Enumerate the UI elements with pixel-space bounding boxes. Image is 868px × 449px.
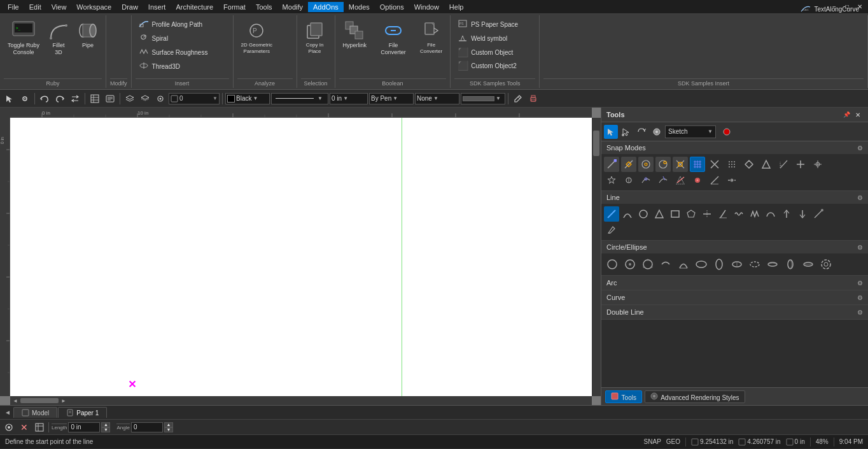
scrollbar-bottom-thumb[interactable]	[20, 398, 59, 403]
nav-arrow-left[interactable]: ◄	[3, 408, 13, 418]
circle-basic-btn[interactable]	[604, 256, 620, 273]
menu-view[interactable]: View	[46, 2, 72, 12]
circle-section-header[interactable]: Circle/Ellipse ⚙	[601, 241, 868, 253]
line-pencil-btn[interactable]	[604, 222, 619, 238]
snap-cross-btn[interactable]	[707, 157, 722, 172]
snap-indicator[interactable]: SNAP	[644, 438, 661, 445]
tools-scroll-area[interactable]: Snap Modes ⚙	[601, 141, 868, 387]
pentype-dropdown[interactable]: By Pen ▼	[369, 93, 414, 104]
line-arrow-up-btn[interactable]	[779, 206, 794, 222]
menu-edit[interactable]: Edit	[24, 2, 46, 12]
tools-select-button[interactable]	[604, 125, 618, 139]
circle-arc2-btn[interactable]	[675, 256, 692, 273]
custom-object-button[interactable]: ⬛ Custom Object	[454, 46, 515, 59]
layer-copy-button[interactable]	[138, 92, 152, 106]
menu-modify[interactable]: Modify	[277, 2, 308, 12]
snap-crosshair-btn[interactable]	[810, 157, 825, 172]
weld-symbol-button[interactable]: Weld symbol	[454, 32, 510, 45]
fillet3d-button[interactable]: Fillet3D	[45, 18, 73, 59]
tools-paint-button[interactable]	[650, 125, 664, 139]
menu-options[interactable]: Options	[375, 2, 409, 12]
line-zigzag-btn[interactable]	[747, 206, 762, 222]
scrollbar-right-arrow[interactable]: ►	[60, 397, 67, 404]
line-wave-btn[interactable]	[731, 206, 746, 222]
select-tool-button[interactable]	[3, 92, 17, 106]
menu-architecture[interactable]: Architecture	[171, 2, 218, 12]
tools-close-button[interactable]: ✕	[853, 110, 863, 120]
ellipse8-btn[interactable]	[818, 256, 834, 273]
surface-roughness-button[interactable]: Surface Roughness	[136, 46, 211, 59]
ellipse5-btn[interactable]	[764, 256, 781, 273]
custom-object2-button[interactable]: ⬛ Custom Object2	[454, 59, 519, 72]
tools-node-button[interactable]	[619, 125, 633, 139]
style-dropdown[interactable]: None ▼	[415, 93, 459, 104]
circle-arc1-btn[interactable]	[657, 256, 674, 273]
thickness-dropdown[interactable]: ▼	[461, 93, 505, 104]
ellipse6-btn[interactable]	[782, 256, 799, 273]
snap-dot-btn[interactable]	[690, 173, 705, 188]
snap-triangle-btn[interactable]	[759, 157, 774, 172]
snap-linept-btn[interactable]	[707, 173, 722, 188]
lt-cross-button[interactable]: ✕	[18, 421, 31, 434]
linewidth-dropdown[interactable]: 0 in ▼	[330, 93, 368, 104]
menu-help[interactable]: Help	[444, 2, 469, 12]
copy-in-place-button[interactable]: Copy InPlace	[301, 18, 329, 57]
snap-intersection-btn[interactable]	[673, 157, 688, 172]
line-arrow-down-btn[interactable]	[795, 206, 810, 222]
snap-midpoint-btn[interactable]	[621, 157, 636, 172]
ellipse4-btn[interactable]	[746, 256, 763, 273]
snap-nearest-btn[interactable]	[655, 157, 671, 172]
multiadd-vb6-button[interactable]: Hyperlink	[339, 18, 371, 52]
line-pentagon-btn[interactable]	[683, 206, 699, 222]
tools-pin-button[interactable]: 📌	[841, 110, 851, 120]
textalongcurve-button[interactable]: ABC TextAlongCurve	[797, 3, 862, 16]
menu-insert[interactable]: Insert	[143, 2, 171, 12]
tools-record-button[interactable]	[720, 125, 734, 139]
snap-endpoint-btn[interactable]	[604, 157, 619, 172]
drawing-canvas[interactable]: ✕	[10, 118, 592, 396]
line-curve-btn[interactable]	[763, 206, 778, 222]
paper1-tab[interactable]: Paper 1	[58, 407, 107, 418]
properties-button[interactable]	[103, 92, 117, 106]
pipe-button[interactable]: Pipe	[74, 18, 102, 52]
snap-curvepoint-btn[interactable]	[638, 173, 654, 188]
snap-dots-btn[interactable]	[724, 157, 739, 172]
menu-file[interactable]: File	[3, 2, 24, 12]
toggle-ruby-console-button[interactable]: >_ Toggle RubyConsole	[4, 18, 43, 59]
line-triangle-btn[interactable]	[652, 206, 667, 222]
arc-section[interactable]: Arc ⚙	[601, 276, 868, 290]
angle-spin-down[interactable]: ▼	[164, 427, 173, 432]
line-extra-btn[interactable]	[811, 206, 826, 222]
circle-3pt-btn[interactable]	[640, 256, 656, 273]
lt-settings-button[interactable]	[3, 421, 15, 434]
snap-grid-btn[interactable]	[690, 157, 705, 172]
scrollbar-left-arrow[interactable]: ◄	[11, 397, 19, 404]
redo-button[interactable]	[53, 92, 67, 106]
line-rect-btn[interactable]	[668, 206, 683, 222]
thread3d-button[interactable]: Thread3D	[136, 60, 183, 73]
repeat-button[interactable]	[68, 92, 82, 106]
snap-empty-btn[interactable]	[827, 157, 843, 172]
double-line-section[interactable]: Double Line ⚙	[601, 305, 868, 320]
sketch-type-dropdown[interactable]: Sketch ▼	[665, 125, 716, 138]
file-converter-button[interactable]: FileConverter	[416, 18, 446, 57]
line-divide-btn[interactable]	[699, 206, 715, 222]
layer-tool-button[interactable]	[123, 92, 137, 106]
ellipse1-btn[interactable]	[693, 256, 710, 273]
ps-paper-space-button[interactable]: PS PS Paper Space	[454, 18, 521, 31]
menu-tools[interactable]: Tools	[251, 2, 277, 12]
length-spin-up[interactable]: ▲	[101, 422, 110, 427]
ellipse2-btn[interactable]	[711, 256, 727, 273]
menu-draw[interactable]: Draw	[116, 2, 143, 12]
scrollbar-right-thumb[interactable]	[593, 131, 599, 156]
model-tab[interactable]: Model	[13, 407, 57, 418]
spiral-button[interactable]: Spiral	[136, 32, 171, 45]
snap-node-btn[interactable]	[741, 157, 757, 172]
snap-modes-header[interactable]: Snap Modes ⚙	[601, 141, 868, 154]
snap-triangle2-btn[interactable]	[673, 173, 688, 188]
layer-settings-button[interactable]	[153, 92, 167, 106]
profile-along-path-button[interactable]: Profile Along Path	[136, 18, 206, 31]
snap-star-btn[interactable]	[604, 173, 619, 188]
2d-geometric-button[interactable]: P 2D GeometricParameters	[237, 18, 276, 57]
ellipse3-btn[interactable]	[729, 256, 745, 273]
